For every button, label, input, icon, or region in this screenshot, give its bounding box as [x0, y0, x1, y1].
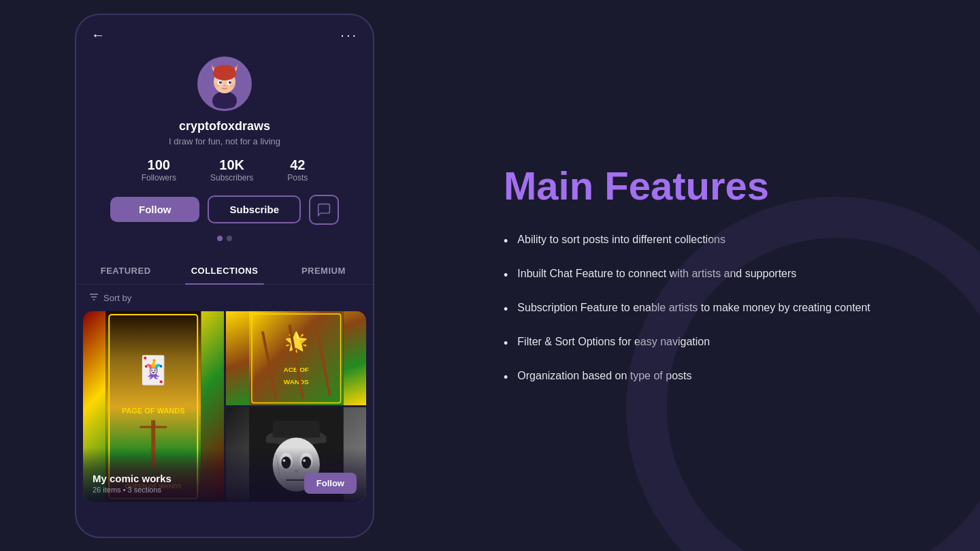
dot-inactive [227, 236, 232, 241]
collection-card: 🃏 PAGE OF WANDS QUEEN OF WANDS [83, 311, 366, 502]
stat-subscribers: 10K Subscribers [210, 157, 253, 183]
card-title: My comic works [93, 473, 172, 484]
sort-icon [88, 292, 99, 304]
bullet-2: • [504, 266, 508, 285]
avatar [197, 57, 252, 111]
bullet-1: • [504, 232, 508, 251]
posts-value: 42 [290, 157, 305, 173]
tab-featured[interactable]: FEATURED [76, 257, 175, 284]
user-bio: I draw for fun, not for a living [169, 136, 280, 146]
feature-item-5: • Organization based on type of posts [504, 368, 926, 387]
feature-text-2: Inbuilt Chat Feature to connect with art… [517, 266, 796, 282]
feature-item-3: • Subscription Feature to enable artists… [504, 300, 926, 319]
tab-collections[interactable]: COLLECTIONS [175, 257, 274, 284]
features-list: • Ability to sort posts into different c… [504, 232, 926, 387]
followers-value: 100 [148, 157, 170, 173]
back-button[interactable]: ← [91, 27, 105, 43]
feature-item-1: • Ability to sort posts into different c… [504, 232, 926, 251]
feature-text-1: Ability to sort posts into different col… [517, 232, 725, 248]
features-section: Main Features • Ability to sort posts in… [449, 0, 980, 551]
tab-premium[interactable]: PREMIUM [274, 257, 373, 284]
profile-section: cryptofoxdraws I draw for fun, not for a… [76, 50, 373, 257]
card-info: My comic works 26 items • 3 sections [93, 473, 172, 494]
phone-section: ← ··· [0, 0, 449, 551]
bullet-5: • [504, 368, 508, 387]
feature-text-3: Subscription Feature to enable artists t… [517, 300, 870, 316]
dot-active [217, 236, 223, 241]
phone-frame: ← ··· [75, 14, 374, 538]
svg-point-13 [230, 81, 231, 82]
svg-point-16 [230, 84, 235, 87]
svg-point-12 [220, 81, 221, 82]
posts-label: Posts [287, 173, 308, 183]
svg-point-15 [214, 84, 219, 87]
subscribe-button[interactable]: Subscribe [208, 195, 301, 223]
card-meta: 26 items • 3 sections [93, 486, 172, 494]
action-buttons: Follow Subscribe [110, 195, 339, 225]
subscribers-value: 10K [219, 157, 244, 173]
username: cryptofoxdraws [179, 119, 270, 133]
subscribers-label: Subscribers [210, 173, 253, 183]
card-image-2: 🌟 ACE OF WANDS [226, 311, 367, 406]
feature-text-4: Filter & Sort Options for easy navigatio… [517, 334, 710, 350]
svg-text:🃏: 🃏 [136, 353, 170, 386]
stat-followers: 100 Followers [142, 157, 176, 183]
page-wrapper: ← ··· [0, 0, 980, 551]
bullet-4: • [504, 334, 508, 353]
svg-point-14 [223, 84, 226, 86]
feature-item-4: • Filter & Sort Options for easy navigat… [504, 334, 926, 353]
dots-indicator [217, 236, 232, 241]
svg-text:WANDS: WANDS [283, 377, 308, 385]
tabs-row: FEATURED COLLECTIONS PREMIUM [76, 257, 373, 285]
card-bottom-overlay: My comic works 26 items • 3 sections Fol… [83, 447, 366, 502]
stat-posts: 42 Posts [287, 157, 308, 183]
card-follow-button[interactable]: Follow [304, 473, 357, 494]
sort-bar: Sort by [76, 285, 373, 311]
follow-button[interactable]: Follow [110, 197, 200, 222]
stats-row: 100 Followers 10K Subscribers 42 Posts [142, 157, 308, 183]
phone-nav: ← ··· [76, 15, 373, 50]
svg-text:🌟: 🌟 [284, 330, 308, 353]
feature-item-2: • Inbuilt Chat Feature to connect with a… [504, 266, 926, 285]
more-options-button[interactable]: ··· [340, 27, 358, 43]
chat-button[interactable] [309, 195, 339, 225]
feature-text-5: Organization based on type of posts [517, 368, 691, 384]
followers-label: Followers [142, 173, 176, 183]
svg-text:PAGE OF WANDS: PAGE OF WANDS [122, 407, 185, 415]
collections-area: 🃏 PAGE OF WANDS QUEEN OF WANDS [76, 311, 373, 537]
bullet-3: • [504, 300, 508, 319]
sort-label[interactable]: Sort by [103, 293, 131, 303]
main-title: Main Features [504, 164, 926, 208]
